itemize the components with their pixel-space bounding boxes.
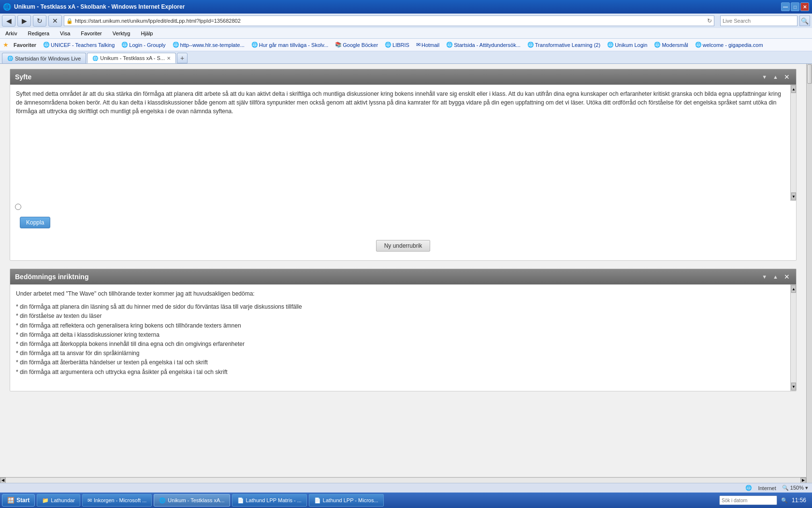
start-button[interactable]: 🪟 Start <box>2 494 35 507</box>
tab-windows-live[interactable]: 🌐 Startsidan för Windows Live <box>2 53 86 63</box>
horizontal-scrollbar[interactable]: ◀ ▶ <box>0 477 806 483</box>
search-input[interactable] <box>720 15 798 26</box>
bedomnings-close-button[interactable]: ✕ <box>783 272 791 281</box>
bedomnings-header: Bedömnings inriktning ▼ ▲ ✕ <box>10 269 796 284</box>
fav-unicef[interactable]: 🌐 UNICEF - Teachers Talking <box>41 41 116 48</box>
bedomnings-item-2: * din förmåga att reflektera och general… <box>16 321 784 330</box>
fav-transformative[interactable]: 🌐 Transformative Learning (2) <box>525 41 602 48</box>
syfte-koppla-area: Koppla <box>10 213 796 233</box>
taskbar-search-input[interactable] <box>719 495 777 505</box>
fav-modersmål[interactable]: 🌐 Modersmål <box>652 41 690 48</box>
menu-arkiv[interactable]: Arkiv <box>4 30 18 37</box>
syfte-scroll-up[interactable]: ▲ <box>791 85 796 93</box>
fav-hlr[interactable]: 🌐 http--www.hlr.se-template... <box>171 41 246 48</box>
bedomnings-scroll-down[interactable]: ▼ <box>791 383 796 390</box>
search-button[interactable]: 🔍 <box>799 15 810 26</box>
forward-button[interactable]: ▶ <box>17 15 31 27</box>
syfte-scroll-down[interactable]: ▼ <box>791 193 796 200</box>
taskbar-lathundar[interactable]: 📁 Lathundar <box>37 494 80 507</box>
bedomnings-scrollbar[interactable]: ▲ ▼ <box>790 284 796 391</box>
fav-unikum[interactable]: 🌐 Unikum Login <box>605 41 649 48</box>
bedomnings-item-5: * din förmåga att ta ansvar för din språ… <box>16 349 784 358</box>
favorites-star: ★ <box>3 41 9 48</box>
refresh-address-icon[interactable]: ↻ <box>707 17 712 24</box>
h-scroll-left[interactable]: ◀ <box>0 478 6 483</box>
favorites-bar: ★ Favoriter 🌐 UNICEF - Teachers Talking … <box>0 39 812 51</box>
menu-visa[interactable]: Visa <box>58 30 72 37</box>
h-scroll-right[interactable]: ▶ <box>800 478 806 483</box>
taskbar-search-icon[interactable]: 🔍 <box>781 497 788 504</box>
back-button[interactable]: ◀ <box>2 15 15 27</box>
syfte-radio[interactable] <box>15 204 21 210</box>
minimize-button[interactable]: — <box>781 2 790 11</box>
bedomnings-item-6: * din förmåga att återberätta händelser … <box>16 358 784 367</box>
menu-verktyg[interactable]: Verktyg <box>111 30 132 37</box>
maximize-button[interactable]: □ <box>791 2 799 11</box>
syfte-collapse-down[interactable]: ▼ <box>760 74 768 80</box>
fav-icon-gigapedia: 🌐 <box>695 42 702 48</box>
address-bar[interactable]: 🔒 ↻ <box>64 15 714 26</box>
refresh-button[interactable]: ↻ <box>33 15 46 27</box>
bedomnings-scroll-up[interactable]: ▲ <box>791 285 796 293</box>
fav-icon-transformative: 🌐 <box>527 42 534 48</box>
bedomnings-scroll-track <box>791 293 796 382</box>
taskbar-lpp-matris[interactable]: 📄 Lathund LPP Matris - ... <box>232 494 307 507</box>
syfte-collapse-up[interactable]: ▲ <box>771 74 780 80</box>
status-bar: 🌐 Internet 🔍 150% ▾ <box>0 483 812 493</box>
tab1-label: Startsidan för Windows Live <box>15 56 81 61</box>
taskbar-inkorgen[interactable]: ✉ Inkorgen - Microsoft ... <box>82 494 152 507</box>
clock: 11:56 <box>792 497 806 504</box>
syfte-header: Syfte ▼ ▲ ✕ <box>10 69 796 85</box>
fav-icon-login: 🌐 <box>121 42 128 48</box>
syfte-text-wrapper: Syftet med detta området är att du ska s… <box>10 85 796 201</box>
zoom-level: 🔍 150% ▾ <box>782 485 808 491</box>
fav-login[interactable]: 🌐 Login - Grouply <box>119 41 167 48</box>
fav-libris[interactable]: 🌐 LIBRIS <box>383 41 411 48</box>
menu-redigera[interactable]: Redigera <box>26 30 51 37</box>
internet-zone: Internet <box>758 485 776 491</box>
window-controls: — □ ✕ <box>781 2 809 11</box>
taskbar-lpp-micros[interactable]: 📄 Lathund LPP - Micros... <box>309 494 384 507</box>
fav-google[interactable]: 📚 Google Böcker <box>333 41 380 48</box>
h-scroll-track <box>6 478 800 483</box>
bedomnings-collapse-down[interactable]: ▼ <box>760 273 768 280</box>
syfte-scrollbar[interactable]: ▲ ▼ <box>790 85 796 201</box>
address-input[interactable] <box>75 18 705 24</box>
favorites-label[interactable]: Favoriter <box>12 42 38 48</box>
menu-favoriter[interactable]: Favoriter <box>79 30 103 37</box>
menu-hjalp[interactable]: Hjälp <box>139 30 154 37</box>
syfte-radio-row <box>10 201 796 213</box>
bedomnings-intro: Under arbetet med "The Wave" och tillhör… <box>16 289 784 299</box>
tab-unikum[interactable]: 🌐 Unikum - Testklass xA - S... ✕ <box>87 53 176 63</box>
fav-hur[interactable]: 🌐 Hur går man tillväga - Skolv... <box>249 41 330 48</box>
bedomnings-text: Under arbetet med "The Wave" och tillhör… <box>10 284 790 391</box>
fav-startsida[interactable]: 🌐 Startsida - Attitydundersök... <box>444 41 522 48</box>
nav-bar: ◀ ▶ ↻ ✕ 🔒 ↻ 🔍 <box>0 14 812 28</box>
search-area: 🔍 <box>720 15 810 26</box>
main-content: Syfte ▼ ▲ ✕ Syftet med detta området är … <box>0 64 806 483</box>
fav-gigapedia[interactable]: 🌐 welcome - gigapedia.com <box>693 41 765 48</box>
fav-hotmail[interactable]: ✉ Hotmail <box>414 41 441 48</box>
tab2-close-button[interactable]: ✕ <box>167 56 171 61</box>
fav-icon-hlr: 🌐 <box>173 42 179 48</box>
bedomnings-text-wrapper: Under arbetet med "The Wave" och tillhör… <box>10 284 796 391</box>
koppla-button[interactable]: Koppla <box>20 217 50 228</box>
ny-underrubrik-button[interactable]: Ny underrubrik <box>376 240 431 252</box>
stop-button[interactable]: ✕ <box>48 15 62 27</box>
title-bar: 🌐 Unikum - Testklass xA - Skolbank - Win… <box>0 0 812 14</box>
close-button[interactable]: ✕ <box>800 2 809 11</box>
fav-icon-hur: 🌐 <box>251 42 258 48</box>
start-label: Start <box>16 497 29 504</box>
bedomnings-item-0: * din förmåga att planera din läsning så… <box>16 302 784 312</box>
ny-underrubrik-area: Ny underrubrik <box>10 233 796 260</box>
bedomnings-item-3: * din förmåga att delta i klassdiskussio… <box>16 330 784 340</box>
new-tab-button[interactable]: + <box>177 53 188 63</box>
tabs-bar: 🌐 Startsidan för Windows Live 🌐 Unikum -… <box>0 51 812 64</box>
syfte-close-button[interactable]: ✕ <box>783 73 791 81</box>
bedomnings-section: Bedömnings inriktning ▼ ▲ ✕ Under arbete… <box>10 269 797 391</box>
vertical-scrollbar[interactable] <box>806 64 812 483</box>
fav-icon-google: 📚 <box>335 42 342 48</box>
scrollbar-thumb[interactable] <box>807 64 812 84</box>
taskbar-unikum[interactable]: 🌐 Unikum - Testklass xA... <box>154 494 230 507</box>
bedomnings-collapse-up[interactable]: ▲ <box>771 273 780 280</box>
